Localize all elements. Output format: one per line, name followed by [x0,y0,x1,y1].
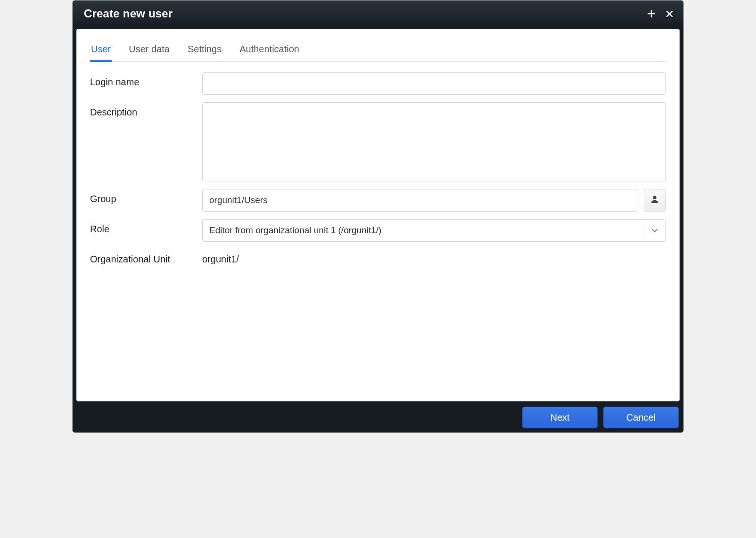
login-name-input[interactable] [202,72,666,95]
label-description: Description [90,102,202,118]
titlebar: Create new user [73,0,683,27]
titlebar-actions [647,9,674,18]
close-icon[interactable] [665,9,674,18]
dialog-content: User User data Settings Authentication L… [76,29,680,401]
person-icon [650,195,659,206]
svg-point-0 [653,196,657,199]
label-group: Group [90,189,202,204]
org-unit-value: orgunit1/ [202,249,239,265]
label-role: Role [90,219,202,235]
role-select[interactable]: Editor from organizational unit 1 (/orgu… [202,219,666,242]
row-login-name: Login name [90,72,666,95]
group-picker-button[interactable] [644,189,666,212]
add-icon[interactable] [647,9,656,18]
row-description: Description [90,102,666,181]
tabs: User User data Settings Authentication [90,41,666,62]
label-login-name: Login name [90,72,202,88]
chevron-down-icon [643,220,666,241]
form: Login name Description Group [90,72,666,392]
row-role: Role Editor from organizational unit 1 (… [90,219,666,242]
dialog-title: Create new user [84,7,173,20]
dialog-footer: Next Cancel [73,405,683,432]
tab-authentication[interactable]: Authentication [238,41,300,62]
row-group: Group [90,189,666,212]
tab-user[interactable]: User [90,41,112,62]
next-button[interactable]: Next [522,407,598,428]
role-select-value: Editor from organizational unit 1 (/orgu… [209,225,381,236]
tab-settings[interactable]: Settings [187,41,222,62]
group-input[interactable] [202,189,638,212]
tab-user-data[interactable]: User data [128,41,171,62]
dialog-window: Create new user User User data Settings … [72,0,684,433]
cancel-button[interactable]: Cancel [603,407,679,428]
label-org-unit: Organizational Unit [90,249,202,265]
row-org-unit: Organizational Unit orgunit1/ [90,249,666,265]
description-textarea[interactable] [202,102,666,181]
